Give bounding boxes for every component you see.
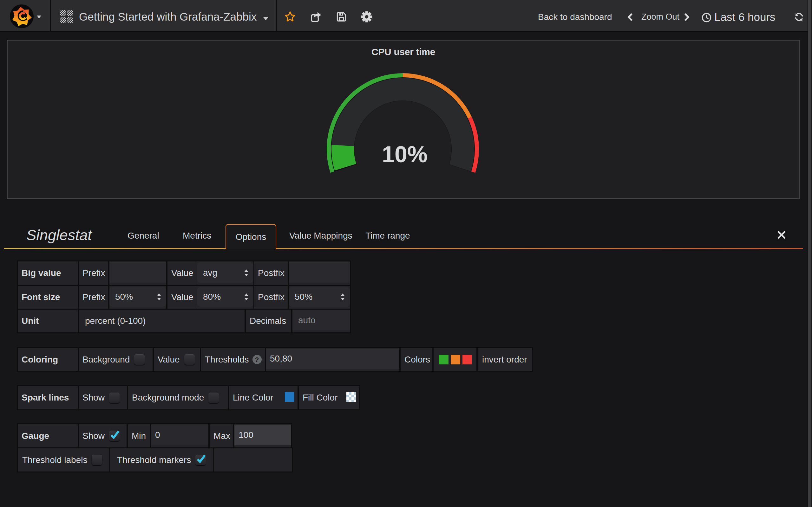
svg-text:10%: 10%: [382, 142, 427, 167]
